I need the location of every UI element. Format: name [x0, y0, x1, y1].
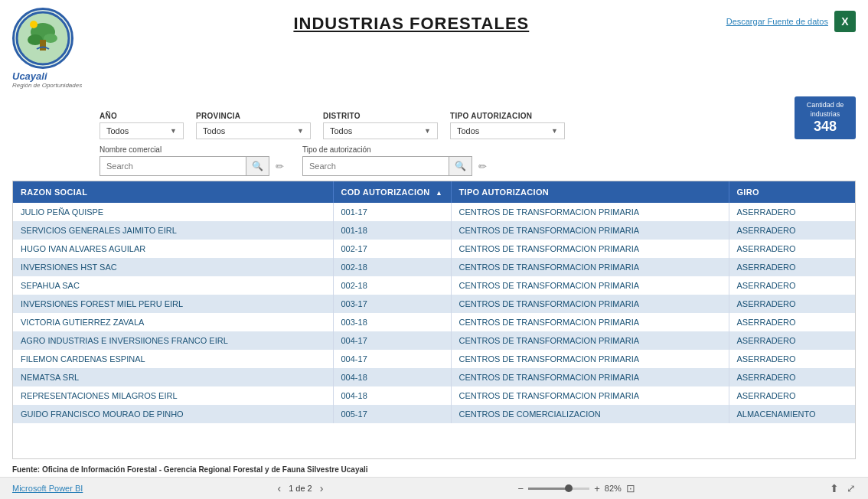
- quantity-label: Cantidad de industrias: [802, 101, 848, 119]
- table-row: INVERSIONES FOREST MIEL PERU EIRL003-17C…: [13, 295, 855, 313]
- ano-select[interactable]: Todos ▼: [100, 122, 184, 139]
- cell-razon_social: JULIO PEÑA QUISPE: [13, 203, 333, 221]
- cell-giro: ASERRADERO: [729, 295, 855, 313]
- cell-tipo_autorizacion: CENTROS DE TRANSFORMACION PRIMARIA: [451, 258, 729, 276]
- tipo-autorizacion-value: Todos: [457, 126, 479, 135]
- table-row: REPRESENTACIONES MILAGROS EIRL004-18CENT…: [13, 386, 855, 405]
- cell-razon_social: HUGO IVAN ALVARES AGUILAR: [13, 240, 333, 258]
- table-row: SEPAHUA SAC002-18CENTROS DE TRANSFORMACI…: [13, 276, 855, 295]
- cell-razon_social: VICTORIA GUTIERREZ ZAVALA: [13, 313, 333, 331]
- cell-cod_autorizacion: 004-18: [333, 386, 451, 405]
- bottom-icons: ⬆ ⤢: [830, 482, 856, 494]
- cell-razon_social: REPRESENTACIONES MILAGROS EIRL: [13, 386, 333, 405]
- quantity-value: 348: [802, 119, 848, 135]
- cell-giro: ASERRADERO: [729, 386, 855, 405]
- cell-cod_autorizacion: 003-17: [333, 295, 451, 313]
- col-header-giro: GIRO: [729, 181, 855, 203]
- excel-icon[interactable]: X: [834, 11, 856, 32]
- expand-icon[interactable]: ⤢: [847, 482, 856, 494]
- logo-area: Ucayali Región de Oportunidades: [12, 8, 96, 89]
- cell-cod_autorizacion: 001-18: [333, 221, 451, 240]
- main-table: RAZON SOCIAL COD AUTORIZACION ▲ TIPO AUT…: [13, 181, 855, 423]
- logo-subtitle: Región de Oportunidades: [12, 82, 96, 89]
- page-prev-button[interactable]: ‹: [277, 482, 281, 494]
- search-nombre-label: Nombre comercial: [100, 145, 284, 154]
- search-row: Nombre comercial 🔍 ✏ Tipo de autorizació…: [0, 142, 868, 181]
- main-title: INDUSTRIAS FORESTALES: [96, 14, 726, 34]
- cell-tipo_autorizacion: CENTROS DE TRANSFORMACION PRIMARIA: [451, 221, 729, 240]
- cell-giro: ASERRADERO: [729, 350, 855, 368]
- cell-giro: ASERRADERO: [729, 331, 855, 350]
- cell-tipo_autorizacion: CENTROS DE TRANSFORMACION PRIMARIA: [451, 240, 729, 258]
- search-nombre-button[interactable]: 🔍: [246, 157, 269, 175]
- cell-tipo_autorizacion: CENTROS DE TRANSFORMACION PRIMARIA: [451, 331, 729, 350]
- footer-source: Fuente: Oficina de Información Forestal …: [0, 459, 868, 477]
- cell-tipo_autorizacion: CENTROS DE TRANSFORMACION PRIMARIA: [451, 313, 729, 331]
- cell-tipo_autorizacion: CENTROS DE TRANSFORMACION PRIMARIA: [451, 276, 729, 295]
- page-info: 1 de 2: [289, 484, 312, 493]
- header: Ucayali Región de Oportunidades INDUSTRI…: [0, 0, 868, 93]
- cell-razon_social: INVERSIONES FOREST MIEL PERU EIRL: [13, 295, 333, 313]
- table-row: FILEMON CARDENAS ESPINAL004-17CENTROS DE…: [13, 350, 855, 368]
- col-header-cod-autorizacion[interactable]: COD AUTORIZACION ▲: [333, 181, 451, 203]
- edit-tipo-icon[interactable]: ✏: [478, 161, 487, 172]
- provincia-select[interactable]: Todos ▼: [196, 122, 311, 139]
- zoom-minus-button[interactable]: −: [518, 483, 524, 494]
- tipo-autorizacion-select[interactable]: Todos ▼: [450, 122, 565, 139]
- download-link[interactable]: Descargar Fuente de datos: [726, 17, 828, 26]
- quantity-box: Cantidad de industrias 348: [795, 96, 856, 139]
- table-row: HUGO IVAN ALVARES AGUILAR002-17CENTROS D…: [13, 240, 855, 258]
- filter-ano: Año Todos ▼: [100, 112, 184, 139]
- edit-nombre-icon[interactable]: ✏: [276, 161, 284, 172]
- search-nombre-group: Nombre comercial 🔍 ✏: [100, 145, 284, 176]
- zoom-value: 82%: [605, 484, 622, 493]
- cell-cod_autorizacion: 001-17: [333, 203, 451, 221]
- col-header-tipo-autorizacion: TIPO AUTORIZACION: [451, 181, 729, 203]
- zoom-slider[interactable]: [528, 488, 589, 490]
- share-icon[interactable]: ⬆: [830, 482, 839, 494]
- cell-giro: ASERRADERO: [729, 258, 855, 276]
- table-row: INVERSIONES HST SAC002-18CENTROS DE TRAN…: [13, 258, 855, 276]
- cell-tipo_autorizacion: CENTROS DE COMERCIALIZACION: [451, 405, 729, 423]
- provincia-value: Todos: [203, 126, 225, 135]
- tipo-autorizacion-label: TIPO AUTORIZACION: [450, 112, 565, 120]
- logo-ucayali: Ucayali: [12, 70, 96, 82]
- search-tipo-input[interactable]: [303, 158, 449, 174]
- top-right: Descargar Fuente de datos X: [726, 8, 856, 32]
- table-header-row: RAZON SOCIAL COD AUTORIZACION ▲ TIPO AUT…: [13, 181, 855, 203]
- cell-cod_autorizacion: 005-17: [333, 405, 451, 423]
- powerbi-link[interactable]: Microsoft Power BI: [12, 484, 83, 493]
- search-nombre-input[interactable]: [100, 158, 246, 174]
- cell-giro: ASERRADERO: [729, 368, 855, 386]
- filter-distrito: DISTRITO Todos ▼: [323, 112, 438, 139]
- ano-value: Todos: [106, 126, 129, 135]
- search-tipo-label: Tipo de autorización: [302, 145, 487, 154]
- cell-razon_social: GUIDO FRANCISCO MOURAO DE PINHO: [13, 405, 333, 423]
- cell-giro: ASERRADERO: [729, 276, 855, 295]
- cell-tipo_autorizacion: CENTROS DE TRANSFORMACION PRIMARIA: [451, 350, 729, 368]
- distrito-select[interactable]: Todos ▼: [323, 122, 438, 139]
- cell-giro: ASERRADERO: [729, 203, 855, 221]
- logo-circle: [12, 8, 73, 69]
- ano-chevron: ▼: [170, 127, 177, 135]
- table-row: AGRO INDUSTRIAS E INVERSIIONES FRANCO EI…: [13, 331, 855, 350]
- filter-tipo-autorizacion: TIPO AUTORIZACION Todos ▼: [450, 112, 565, 139]
- search-tipo-button[interactable]: 🔍: [449, 157, 472, 175]
- search-tipo-group: Tipo de autorización 🔍 ✏: [302, 145, 487, 176]
- page-next-button[interactable]: ›: [320, 482, 324, 494]
- svg-point-6: [30, 21, 38, 28]
- cell-tipo_autorizacion: CENTROS DE TRANSFORMACION PRIMARIA: [451, 203, 729, 221]
- zoom-plus-button[interactable]: +: [594, 483, 600, 494]
- cell-giro: ASERRADERO: [729, 313, 855, 331]
- distrito-value: Todos: [330, 126, 352, 135]
- cell-giro: ASERRADERO: [729, 221, 855, 240]
- cell-razon_social: AGRO INDUSTRIAS E INVERSIIONES FRANCO EI…: [13, 331, 333, 350]
- pagination-area: ‹ 1 de 2 ›: [277, 482, 323, 494]
- table-row: GUIDO FRANCISCO MOURAO DE PINHO005-17CEN…: [13, 405, 855, 423]
- distrito-chevron: ▼: [424, 127, 431, 135]
- cell-razon_social: INVERSIONES HST SAC: [13, 258, 333, 276]
- fullscreen-icon[interactable]: ⊡: [626, 482, 635, 494]
- search-nombre-wrap: 🔍: [100, 156, 269, 176]
- title-area: INDUSTRIAS FORESTALES: [96, 8, 726, 34]
- cell-cod_autorizacion: 002-18: [333, 276, 451, 295]
